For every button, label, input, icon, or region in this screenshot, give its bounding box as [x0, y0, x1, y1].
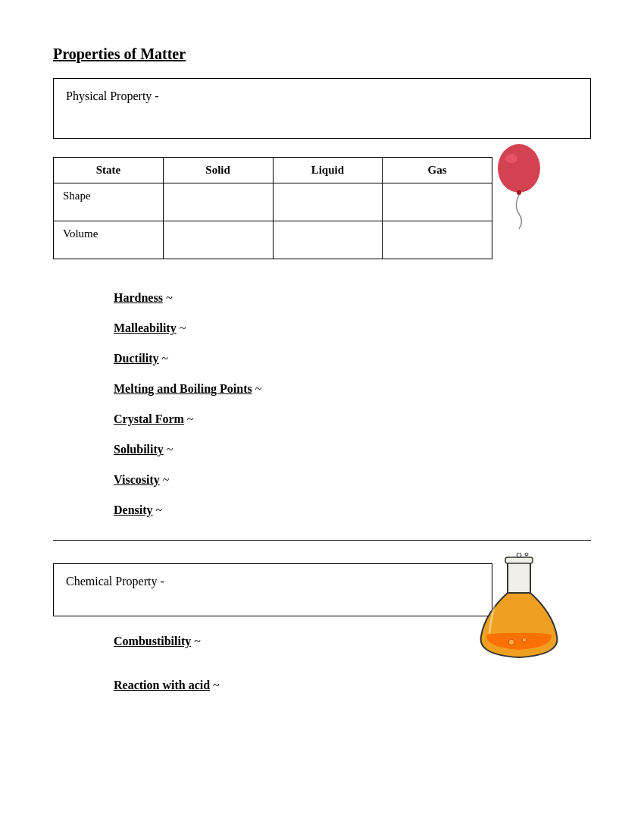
prop-tilde-melting-boiling: ~ [255, 382, 262, 395]
cell-volume-solid [163, 221, 273, 259]
physical-property-box: Physical Property - [53, 78, 591, 139]
cell-shape-liquid [273, 183, 383, 221]
row-label-shape: Shape [54, 183, 164, 221]
prop-name-solubility: Solubility [114, 443, 164, 456]
table-header-state: State [54, 158, 164, 183]
svg-point-6 [525, 553, 528, 556]
prop-tilde-crystal-form: ~ [187, 412, 194, 425]
prop-tilde-density: ~ [156, 503, 163, 516]
svg-point-1 [505, 154, 517, 163]
physical-property-label: Physical Property - [66, 89, 159, 102]
page-title: Properties of Matter [53, 45, 591, 63]
property-viscosity: Viscosity ~ [114, 473, 591, 487]
table-header-solid: Solid [163, 158, 273, 183]
prop-name-combustibility: Combustibility [114, 635, 191, 647]
cell-volume-gas [383, 221, 492, 259]
prop-name-hardness: Hardness [114, 291, 163, 304]
prop-name-density: Density [114, 503, 153, 516]
states-of-matter-table: State Solid Liquid Gas Shape Volume [53, 157, 492, 259]
prop-tilde-viscosity: ~ [163, 473, 170, 486]
flask-illustration [470, 553, 568, 677]
prop-name-ductility: Ductility [114, 352, 159, 365]
prop-name-melting-boiling: Melting and Boiling Points [114, 382, 252, 395]
property-solubility: Solubility ~ [114, 443, 591, 456]
svg-rect-3 [508, 560, 530, 594]
physical-properties-list: Hardness ~ Malleability ~ Ductility ~ Me… [114, 291, 591, 517]
property-melting-boiling: Melting and Boiling Points ~ [114, 382, 591, 396]
table-row-volume: Volume [54, 221, 492, 259]
property-density: Density ~ [114, 503, 591, 517]
prop-tilde-combustibility: ~ [194, 635, 201, 647]
prop-tilde-solubility: ~ [167, 443, 174, 456]
cell-volume-liquid [273, 221, 383, 259]
svg-rect-4 [505, 557, 533, 563]
prop-tilde-hardness: ~ [166, 291, 173, 304]
cell-shape-gas [383, 183, 492, 221]
section-divider [53, 540, 591, 541]
property-malleability: Malleability ~ [114, 321, 591, 335]
svg-point-8 [522, 638, 527, 642]
prop-tilde-malleability: ~ [180, 321, 186, 334]
page-content: Properties of Matter Physical Property -… [53, 45, 591, 692]
balloon-illustration [492, 142, 546, 236]
prop-tilde-reaction-with-acid: ~ [213, 679, 220, 691]
prop-name-reaction-with-acid: Reaction with acid [114, 679, 210, 691]
table-header-liquid: Liquid [273, 158, 383, 183]
property-hardness: Hardness ~ [114, 291, 591, 305]
svg-point-2 [517, 190, 521, 195]
cell-shape-solid [163, 183, 273, 221]
svg-point-0 [498, 144, 540, 193]
svg-point-5 [517, 553, 521, 557]
property-crystal-form: Crystal Form ~ [114, 412, 591, 426]
row-label-volume: Volume [54, 221, 164, 259]
chemical-property-label: Chemical Property - [66, 575, 164, 588]
table-row-shape: Shape [54, 183, 492, 221]
property-ductility: Ductility ~ [114, 352, 591, 365]
prop-name-viscosity: Viscosity [114, 473, 160, 486]
table-header-gas: Gas [383, 158, 492, 183]
prop-name-crystal-form: Crystal Form [114, 412, 184, 425]
prop-name-malleability: Malleability [114, 321, 177, 334]
property-reaction-with-acid: Reaction with acid ~ [114, 679, 591, 692]
prop-tilde-ductility: ~ [162, 352, 169, 365]
svg-point-7 [508, 639, 514, 645]
chemical-property-box: Chemical Property - [53, 563, 492, 616]
